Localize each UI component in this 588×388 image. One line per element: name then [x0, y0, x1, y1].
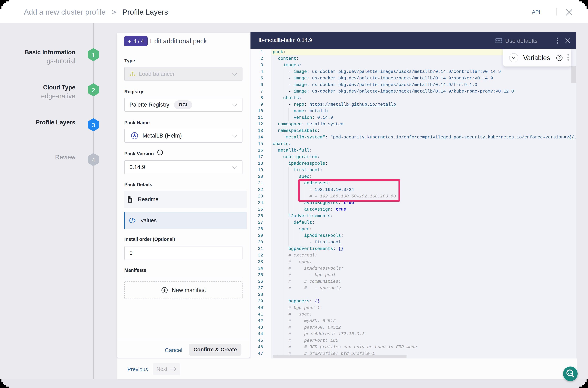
svg-text:4: 4 — [92, 156, 95, 163]
svg-text:1: 1 — [92, 51, 95, 58]
svg-text:2: 2 — [92, 87, 95, 94]
svg-text:3: 3 — [92, 122, 95, 129]
svg-text:?: ? — [558, 56, 561, 60]
